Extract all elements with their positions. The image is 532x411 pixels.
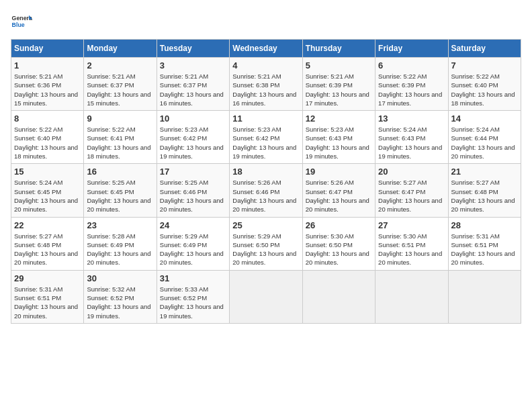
calendar-cell: 19 Sunrise: 5:26 AMSunset: 6:47 PMDaylig…	[302, 164, 375, 217]
header-day-monday: Monday	[84, 40, 157, 58]
day-info: Sunrise: 5:26 AMSunset: 6:47 PMDaylight:…	[306, 178, 372, 214]
day-info: Sunrise: 5:29 AMSunset: 6:49 PMDaylight:…	[160, 232, 226, 267]
calendar-cell: 20 Sunrise: 5:27 AMSunset: 6:47 PMDaylig…	[375, 164, 448, 217]
calendar-cell	[448, 270, 521, 323]
header-day-friday: Friday	[375, 40, 448, 58]
day-number: 7	[451, 60, 518, 71]
calendar-cell: 12 Sunrise: 5:23 AMSunset: 6:43 PMDaylig…	[302, 111, 375, 164]
day-number: 15	[14, 167, 81, 177]
day-number: 6	[378, 60, 445, 71]
calendar-cell: 28 Sunrise: 5:31 AMSunset: 6:51 PMDaylig…	[448, 217, 521, 270]
day-info: Sunrise: 5:33 AMSunset: 6:52 PMDaylight:…	[160, 285, 226, 320]
day-number: 23	[87, 220, 153, 230]
day-number: 24	[160, 220, 226, 230]
week-row-1: 1 Sunrise: 5:21 AMSunset: 6:36 PMDayligh…	[11, 58, 521, 111]
calendar-cell: 17 Sunrise: 5:25 AMSunset: 6:46 PMDaylig…	[157, 164, 229, 217]
calendar-cell: 9 Sunrise: 5:22 AMSunset: 6:41 PMDayligh…	[84, 111, 157, 164]
calendar-cell	[230, 270, 302, 323]
day-info: Sunrise: 5:27 AMSunset: 6:48 PMDaylight:…	[14, 232, 81, 267]
day-info: Sunrise: 5:21 AMSunset: 6:36 PMDaylight:…	[14, 72, 81, 107]
day-number: 21	[451, 167, 518, 177]
calendar-cell: 27 Sunrise: 5:30 AMSunset: 6:51 PMDaylig…	[375, 217, 448, 270]
calendar-header: SundayMondayTuesdayWednesdayThursdayFrid…	[11, 40, 521, 58]
calendar-cell: 11 Sunrise: 5:23 AMSunset: 6:42 PMDaylig…	[230, 111, 302, 164]
calendar-cell: 16 Sunrise: 5:25 AMSunset: 6:45 PMDaylig…	[84, 164, 157, 217]
week-row-5: 29 Sunrise: 5:31 AMSunset: 6:51 PMDaylig…	[11, 270, 521, 323]
day-info: Sunrise: 5:25 AMSunset: 6:45 PMDaylight:…	[87, 178, 153, 214]
calendar-cell: 31 Sunrise: 5:33 AMSunset: 6:52 PMDaylig…	[157, 270, 229, 323]
day-number: 11	[232, 113, 299, 124]
day-info: Sunrise: 5:22 AMSunset: 6:41 PMDaylight:…	[87, 125, 153, 161]
day-info: Sunrise: 5:27 AMSunset: 6:47 PMDaylight:…	[378, 178, 445, 214]
day-info: Sunrise: 5:27 AMSunset: 6:48 PMDaylight:…	[451, 178, 518, 214]
day-number: 5	[306, 60, 372, 71]
calendar-cell: 26 Sunrise: 5:30 AMSunset: 6:50 PMDaylig…	[302, 217, 375, 270]
day-number: 26	[306, 220, 372, 230]
day-info: Sunrise: 5:21 AMSunset: 6:37 PMDaylight:…	[160, 72, 226, 107]
day-number: 8	[14, 113, 81, 124]
header-day-saturday: Saturday	[448, 40, 521, 58]
week-row-3: 15 Sunrise: 5:24 AMSunset: 6:45 PMDaylig…	[11, 164, 521, 217]
day-info: Sunrise: 5:21 AMSunset: 6:38 PMDaylight:…	[232, 72, 299, 107]
day-number: 28	[451, 220, 518, 230]
day-number: 3	[160, 60, 226, 71]
day-number: 29	[14, 273, 81, 283]
calendar-cell	[302, 270, 375, 323]
day-number: 30	[87, 273, 153, 283]
header: General Blue	[11, 11, 521, 32]
day-number: 25	[232, 220, 299, 230]
day-number: 19	[306, 167, 372, 177]
calendar-cell	[375, 270, 448, 323]
calendar-cell: 13 Sunrise: 5:24 AMSunset: 6:43 PMDaylig…	[375, 111, 448, 164]
day-number: 12	[306, 113, 372, 124]
day-number: 9	[87, 113, 153, 124]
calendar-cell: 7 Sunrise: 5:22 AMSunset: 6:40 PMDayligh…	[448, 58, 521, 111]
day-number: 18	[232, 167, 299, 177]
day-info: Sunrise: 5:32 AMSunset: 6:52 PMDaylight:…	[87, 285, 153, 320]
day-info: Sunrise: 5:23 AMSunset: 6:42 PMDaylight:…	[160, 125, 226, 161]
calendar-cell: 24 Sunrise: 5:29 AMSunset: 6:49 PMDaylig…	[157, 217, 229, 270]
calendar-cell: 18 Sunrise: 5:26 AMSunset: 6:46 PMDaylig…	[230, 164, 302, 217]
day-number: 13	[378, 113, 445, 124]
day-info: Sunrise: 5:24 AMSunset: 6:45 PMDaylight:…	[14, 178, 81, 214]
calendar-cell: 14 Sunrise: 5:24 AMSunset: 6:44 PMDaylig…	[448, 111, 521, 164]
logo: General Blue	[11, 11, 35, 32]
calendar-cell: 30 Sunrise: 5:32 AMSunset: 6:52 PMDaylig…	[84, 270, 157, 323]
day-number: 22	[14, 220, 81, 230]
calendar-body: 1 Sunrise: 5:21 AMSunset: 6:36 PMDayligh…	[11, 58, 521, 324]
day-info: Sunrise: 5:23 AMSunset: 6:43 PMDaylight:…	[306, 125, 372, 161]
calendar-cell: 2 Sunrise: 5:21 AMSunset: 6:37 PMDayligh…	[84, 58, 157, 111]
day-number: 1	[14, 60, 81, 71]
header-day-tuesday: Tuesday	[157, 40, 229, 58]
day-number: 31	[160, 273, 226, 283]
day-info: Sunrise: 5:30 AMSunset: 6:50 PMDaylight:…	[306, 232, 372, 267]
calendar-cell: 21 Sunrise: 5:27 AMSunset: 6:48 PMDaylig…	[448, 164, 521, 217]
day-info: Sunrise: 5:31 AMSunset: 6:51 PMDaylight:…	[451, 232, 518, 267]
day-info: Sunrise: 5:29 AMSunset: 6:50 PMDaylight:…	[232, 232, 299, 267]
svg-text:Blue: Blue	[12, 21, 25, 28]
day-info: Sunrise: 5:24 AMSunset: 6:43 PMDaylight:…	[378, 125, 445, 161]
day-number: 16	[87, 167, 153, 177]
calendar-cell: 3 Sunrise: 5:21 AMSunset: 6:37 PMDayligh…	[157, 58, 229, 111]
calendar-cell: 22 Sunrise: 5:27 AMSunset: 6:48 PMDaylig…	[11, 217, 84, 270]
day-number: 27	[378, 220, 445, 230]
day-number: 4	[232, 60, 299, 71]
day-info: Sunrise: 5:23 AMSunset: 6:42 PMDaylight:…	[232, 125, 299, 161]
day-info: Sunrise: 5:21 AMSunset: 6:37 PMDaylight:…	[87, 72, 153, 107]
header-day-thursday: Thursday	[302, 40, 375, 58]
day-number: 2	[87, 60, 153, 71]
calendar-cell: 23 Sunrise: 5:28 AMSunset: 6:49 PMDaylig…	[84, 217, 157, 270]
calendar-cell: 5 Sunrise: 5:21 AMSunset: 6:39 PMDayligh…	[302, 58, 375, 111]
calendar-cell: 6 Sunrise: 5:22 AMSunset: 6:39 PMDayligh…	[375, 58, 448, 111]
header-day-wednesday: Wednesday	[230, 40, 302, 58]
week-row-2: 8 Sunrise: 5:22 AMSunset: 6:40 PMDayligh…	[11, 111, 521, 164]
calendar-cell: 15 Sunrise: 5:24 AMSunset: 6:45 PMDaylig…	[11, 164, 84, 217]
day-info: Sunrise: 5:26 AMSunset: 6:46 PMDaylight:…	[232, 178, 299, 214]
day-info: Sunrise: 5:21 AMSunset: 6:39 PMDaylight:…	[306, 72, 372, 107]
day-number: 14	[451, 113, 518, 124]
calendar-cell: 8 Sunrise: 5:22 AMSunset: 6:40 PMDayligh…	[11, 111, 84, 164]
day-number: 20	[378, 167, 445, 177]
week-row-4: 22 Sunrise: 5:27 AMSunset: 6:48 PMDaylig…	[11, 217, 521, 270]
day-info: Sunrise: 5:31 AMSunset: 6:51 PMDaylight:…	[14, 285, 81, 320]
calendar-cell: 1 Sunrise: 5:21 AMSunset: 6:36 PMDayligh…	[11, 58, 84, 111]
